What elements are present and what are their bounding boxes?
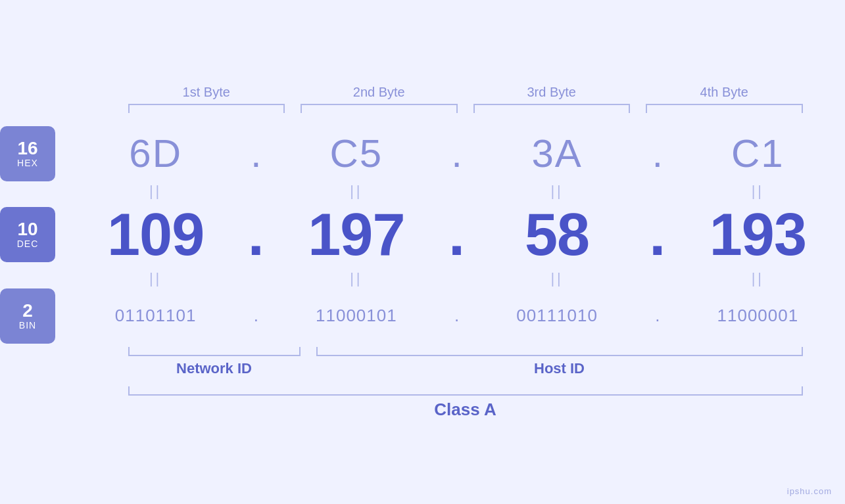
watermark: ipshu.com — [787, 486, 832, 496]
bin-dot1: . — [243, 306, 269, 326]
dec-byte1-cell: 109 — [68, 201, 243, 269]
eq2-2: || — [269, 270, 443, 287]
bin-byte2: 11000101 — [316, 306, 397, 325]
dec-badge: 10 DEC — [0, 207, 55, 262]
class-label-row: Class A — [120, 400, 811, 420]
dec-dot2: . — [444, 201, 470, 269]
hex-dot3: . — [644, 131, 671, 176]
dec-byte1: 109 — [107, 202, 204, 267]
bin-byte3: 00111010 — [516, 306, 598, 325]
eq2-4: || — [671, 270, 845, 287]
main-container: 1st Byte 2nd Byte 3rd Byte 4th Byte 16 H… — [0, 0, 845, 504]
bracket-bottom-row — [120, 347, 811, 356]
bracket-top-1 — [128, 104, 285, 113]
dec-badge-num: 10 — [17, 220, 37, 239]
dec-byte2: 197 — [308, 202, 404, 267]
eq1-4: || — [671, 183, 845, 200]
hex-byte1-cell: 6D — [68, 131, 243, 176]
bin-byte2-cell: 11000101 — [269, 306, 443, 326]
byte2-label: 2nd Byte — [293, 85, 466, 104]
dec-byte4: 193 — [710, 202, 806, 267]
dec-dot1: . — [243, 201, 269, 269]
hex-dot1: . — [243, 131, 269, 176]
hex-byte4: C1 — [731, 131, 785, 175]
bin-byte1-cell: 01101101 — [68, 306, 243, 326]
class-bracket — [128, 386, 803, 396]
bracket-host — [316, 347, 803, 356]
bracket-top-row — [120, 104, 811, 113]
host-id-label: Host ID — [308, 360, 811, 377]
hex-dot2: . — [444, 131, 470, 176]
dec-badge-name: DEC — [17, 239, 39, 249]
dec-dot3: . — [644, 201, 671, 269]
byte4-label: 4th Byte — [638, 85, 811, 104]
equals-row-2: || || || || — [0, 270, 845, 287]
bracket-network — [128, 347, 301, 356]
equals-cells-1: || || || || — [68, 183, 845, 200]
hex-byte4-cell: C1 — [671, 131, 845, 176]
hex-badge: 16 HEX — [0, 126, 55, 181]
bracket-top-4 — [646, 104, 803, 113]
dec-row: 10 DEC 109 . 197 . 58 . 193 — [0, 201, 845, 269]
eq1-2: || — [269, 183, 443, 200]
eq1-3: || — [470, 183, 644, 200]
dec-byte3-cell: 58 — [470, 201, 644, 269]
class-a-label: Class A — [120, 400, 811, 420]
bin-dot3: . — [644, 306, 671, 326]
hex-badge-name: HEX — [17, 158, 38, 168]
bin-byte3-cell: 00111010 — [470, 306, 644, 326]
bracket-top-3 — [473, 104, 631, 113]
hex-byte1: 6D — [129, 131, 182, 175]
hex-row: 16 HEX 6D . C5 . 3A . C1 — [0, 126, 845, 181]
bin-byte4-cell: 11000001 — [671, 306, 845, 326]
byte3-label: 3rd Byte — [466, 85, 639, 104]
bin-byte1: 01101101 — [115, 306, 197, 325]
hex-byte2: C5 — [330, 131, 383, 175]
bin-dot2: . — [444, 306, 470, 326]
bin-badge: 2 BIN — [0, 288, 55, 344]
hex-values: 6D . C5 . 3A . C1 — [68, 131, 845, 176]
network-host-labels: Network ID Host ID — [120, 360, 811, 377]
dec-byte4-cell: 193 — [671, 201, 845, 269]
bin-values: 01101101 . 11000101 . 00111010 . 1100000… — [68, 306, 845, 326]
equals-row-1: || || || || — [0, 183, 845, 200]
equals-cells-2: || || || || — [68, 270, 845, 287]
dec-byte2-cell: 197 — [269, 201, 443, 269]
byte1-label: 1st Byte — [120, 85, 293, 104]
eq2-1: || — [68, 270, 243, 287]
dec-values: 109 . 197 . 58 . 193 — [68, 201, 845, 269]
dec-byte3: 58 — [525, 202, 589, 267]
eq1-1: || — [68, 183, 243, 200]
hex-badge-num: 16 — [17, 139, 37, 158]
bin-row: 2 BIN 01101101 . 11000101 . 00111010 . — [0, 288, 845, 344]
hex-byte2-cell: C5 — [269, 131, 443, 176]
network-id-label: Network ID — [120, 360, 308, 377]
hex-byte3-cell: 3A — [470, 131, 644, 176]
bin-byte4: 11000001 — [717, 306, 799, 325]
bracket-top-2 — [301, 104, 458, 113]
eq2-3: || — [470, 270, 644, 287]
bin-badge-name: BIN — [19, 320, 36, 331]
byte-labels-row: 1st Byte 2nd Byte 3rd Byte 4th Byte — [120, 85, 811, 104]
bin-badge-num: 2 — [22, 302, 33, 320]
hex-byte3: 3A — [531, 131, 582, 175]
class-bracket-row — [120, 386, 811, 396]
